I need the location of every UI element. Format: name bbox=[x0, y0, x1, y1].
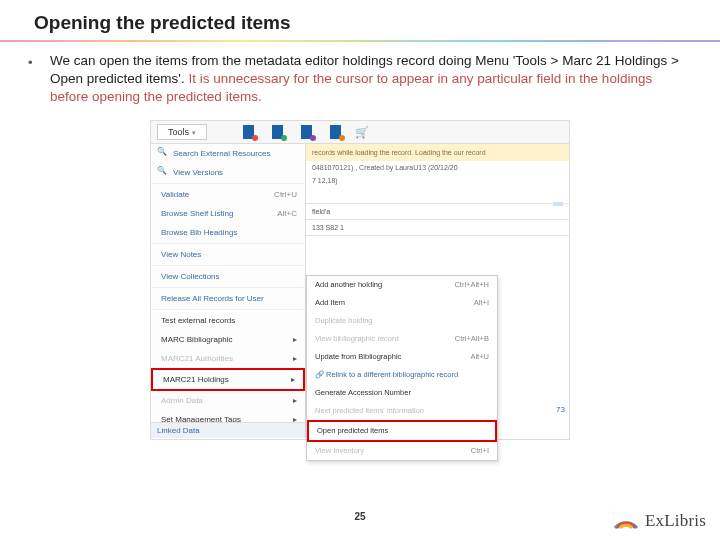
submenu-view-inventory: View Inventory Ctrl+I bbox=[307, 442, 497, 460]
menu-admin-data: Admin Data▸ bbox=[151, 391, 305, 410]
paragraph-text: We can open the items from the metadata … bbox=[50, 52, 692, 106]
menu-marc21-holdings[interactable]: MARC21 Holdings▸ bbox=[151, 368, 305, 391]
submenu-add-holding[interactable]: Add another holding Ctrl+Alt+H bbox=[307, 276, 497, 294]
rainbow-divider bbox=[0, 40, 720, 42]
screenshot-region: Tools ▾ 🛒 Search External Resources View… bbox=[150, 120, 570, 440]
menu-browse-bib[interactable]: Browse Bib Headings bbox=[151, 223, 305, 242]
doc-icon-2[interactable] bbox=[272, 125, 283, 139]
menu-marc-bib[interactable]: MARC Bibliographic▸ bbox=[151, 330, 305, 349]
record-info-2: 7 12,18) bbox=[306, 174, 569, 187]
submenu-update-from-bib[interactable]: Update from Bibliographic Alt+U bbox=[307, 348, 497, 366]
menu-validate[interactable]: Validate Ctrl+U bbox=[151, 185, 305, 204]
divider-handle[interactable] bbox=[553, 202, 563, 206]
tools-menu: Search External Resources View Versions … bbox=[151, 144, 306, 438]
submenu-add-item[interactable]: Add Item Alt+I bbox=[307, 294, 497, 312]
chevron-right-icon: ▸ bbox=[293, 335, 297, 344]
record-info-1: 0481070121) , Created by LauraU13 (20/12… bbox=[306, 161, 569, 174]
marc21-holdings-submenu: Add another holding Ctrl+Alt+H Add Item … bbox=[306, 275, 498, 461]
logo-text: ExLibris bbox=[645, 511, 706, 531]
chevron-down-icon: ▾ bbox=[192, 129, 196, 136]
page-title: Opening the predicted items bbox=[0, 0, 720, 40]
cart-icon[interactable]: 🛒 bbox=[355, 126, 367, 138]
tools-dropdown-button[interactable]: Tools ▾ bbox=[157, 124, 207, 140]
submenu-duplicate-holding: Duplicate holding bbox=[307, 312, 497, 330]
field-row-2: 133 S82 1 bbox=[306, 222, 569, 233]
doc-icon-1[interactable] bbox=[243, 125, 254, 139]
submenu-view-bib: View bibliographic record Ctrl+Alt+B bbox=[307, 330, 497, 348]
menu-view-notes[interactable]: View Notes bbox=[151, 245, 305, 264]
submenu-next-predicted: Next predicted items' information bbox=[307, 402, 497, 420]
warning-banner: records while loading the record. Loadin… bbox=[306, 144, 569, 161]
menu-release-all[interactable]: Release All Records for User bbox=[151, 289, 305, 308]
field-row-1: field'a bbox=[306, 206, 569, 217]
chevron-right-icon: ▸ bbox=[291, 375, 295, 384]
toolbar-icon-bar bbox=[243, 125, 341, 139]
menu-browse-shelf[interactable]: Browse Shelf Listing Alt+C bbox=[151, 204, 305, 223]
count-badge: 73 bbox=[556, 405, 565, 414]
logo-arc-icon bbox=[613, 510, 639, 532]
submenu-relink[interactable]: 🔗 Relink to a different bibliographic re… bbox=[307, 366, 497, 384]
menu-marc21-auth: MARC21 Authorities▸ bbox=[151, 349, 305, 368]
menu-view-collections[interactable]: View Collections bbox=[151, 267, 305, 286]
bullet-dot: • bbox=[28, 52, 50, 106]
exlibris-logo: ExLibris bbox=[613, 510, 706, 532]
linked-data-bar[interactable]: Linked Data bbox=[151, 422, 305, 438]
body-paragraph: • We can open the items from the metadat… bbox=[0, 52, 720, 106]
screenshot-toolbar: Tools ▾ 🛒 bbox=[151, 121, 569, 144]
doc-icon-4[interactable] bbox=[330, 125, 341, 139]
menu-search-external[interactable]: Search External Resources bbox=[151, 144, 305, 163]
submenu-open-predicted-items[interactable]: Open predicted items bbox=[307, 420, 497, 442]
menu-test-external[interactable]: Test external records bbox=[151, 311, 305, 330]
menu-view-versions[interactable]: View Versions bbox=[151, 163, 305, 182]
submenu-generate-accession[interactable]: Generate Accession Number bbox=[307, 384, 497, 402]
doc-icon-3[interactable] bbox=[301, 125, 312, 139]
